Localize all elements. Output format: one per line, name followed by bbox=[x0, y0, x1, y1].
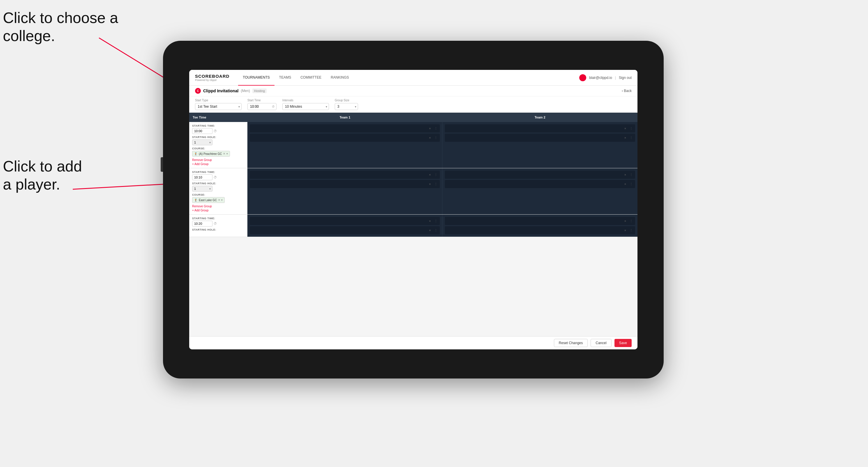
starting-time-label-1: STARTING TIME: bbox=[192, 124, 244, 127]
cancel-button[interactable]: Cancel bbox=[591, 339, 611, 347]
expand-player-btn-1-3[interactable]: ⋮ bbox=[629, 126, 633, 131]
logo-title: SCOREBOARD bbox=[195, 74, 229, 79]
intervals-select[interactable]: 10 Minutes bbox=[282, 103, 329, 110]
intervals-label: Intervals bbox=[282, 99, 329, 102]
expand-player-btn-1-4[interactable]: ⋮ bbox=[629, 135, 633, 140]
tab-teams[interactable]: TEAMS bbox=[275, 70, 296, 86]
remove-player-btn-2-3[interactable]: × bbox=[623, 173, 627, 177]
tab-rankings[interactable]: RANKINGS bbox=[326, 70, 354, 86]
clock-icon: ⏱ bbox=[272, 105, 275, 108]
intervals-wrapper: 10 Minutes bbox=[282, 103, 329, 110]
settings-row: Start Type 1st Tee Start Start Time ⏱ In… bbox=[189, 96, 638, 113]
expand-player-btn-2-2[interactable]: ⋮ bbox=[433, 182, 438, 186]
main-content: Tee Time Team 1 Team 2 STARTING TIME: ⏱ … bbox=[189, 113, 638, 336]
course-tag-1[interactable]: 🏌 (A) Peachtree GC × ▾ bbox=[192, 151, 230, 157]
team1-col-1: × ⋮ × ⋮ bbox=[247, 122, 442, 168]
remove-group-2[interactable]: Remove Group bbox=[192, 205, 244, 208]
annotation-player: Click to add a player. bbox=[3, 157, 82, 194]
player-row-3-1: × ⋮ bbox=[250, 217, 440, 225]
back-button[interactable]: ‹ Back bbox=[622, 89, 632, 93]
expand-player-btn-3-3[interactable]: ⋮ bbox=[629, 219, 633, 223]
remove-player-btn-2-2[interactable]: × bbox=[428, 182, 432, 186]
starting-hole-label-3: STARTING HOLE: bbox=[192, 228, 244, 231]
col-team2: Team 2 bbox=[442, 116, 638, 119]
tournament-name: Clippd Invitational bbox=[203, 89, 238, 93]
breadcrumb: C Clippd Invitational (Men) Hosting bbox=[195, 88, 267, 94]
tab-committee[interactable]: COMMITTEE bbox=[296, 70, 326, 86]
expand-player-btn-1-1[interactable]: ⋮ bbox=[433, 126, 438, 131]
expand-player-btn-2-4[interactable]: ⋮ bbox=[629, 182, 633, 186]
save-button[interactable]: Save bbox=[615, 339, 632, 347]
scoreboard-logo: SCOREBOARD Powered by clippd bbox=[195, 74, 229, 82]
sub-header: C Clippd Invitational (Men) Hosting ‹ Ba… bbox=[189, 86, 638, 96]
expand-player-btn-3-4[interactable]: ⋮ bbox=[629, 228, 633, 232]
remove-player-btn-3-1[interactable]: × bbox=[428, 219, 432, 223]
start-time-wrapper: ⏱ bbox=[247, 103, 277, 110]
team2-col-1: × ⋮ × ⋮ bbox=[442, 122, 638, 168]
course-row-2: 🏌 East Lake GC × ▾ bbox=[192, 197, 244, 203]
starting-hole-label-2: STARTING HOLE: bbox=[192, 182, 244, 185]
col-tee-time: Tee Time bbox=[189, 116, 247, 119]
expand-player-btn-3-1[interactable]: ⋮ bbox=[433, 219, 438, 223]
starting-hole-label-1: STARTING HOLE: bbox=[192, 136, 244, 138]
course-label-2: COURSE: bbox=[192, 193, 244, 196]
starting-time-label-2: STARTING TIME: bbox=[192, 170, 244, 174]
starting-hole-select-2[interactable]: 1 bbox=[192, 186, 213, 192]
group-left-3: STARTING TIME: ⏱ STARTING HOLE: bbox=[189, 215, 247, 237]
add-group-1[interactable]: + Add Group bbox=[192, 162, 244, 166]
starting-hole-row-1: 1 bbox=[192, 139, 244, 145]
group-size-select[interactable]: 3 bbox=[335, 103, 358, 110]
course-tag-2[interactable]: 🏌 East Lake GC × ▾ bbox=[192, 197, 225, 203]
clippd-logo: C bbox=[195, 88, 201, 94]
sign-out-link[interactable]: Sign out bbox=[619, 76, 632, 80]
starting-time-input-2[interactable] bbox=[192, 175, 213, 180]
remove-course-1[interactable]: × bbox=[223, 152, 225, 156]
player-row-2-2: × ⋮ bbox=[250, 180, 440, 188]
player-row-2-4: × ⋮ bbox=[445, 180, 635, 188]
expand-player-btn-1-2[interactable]: ⋮ bbox=[433, 135, 438, 140]
tablet-frame: SCOREBOARD Powered by clippd TOURNAMENTS… bbox=[163, 41, 664, 378]
col-team1: Team 1 bbox=[247, 116, 442, 119]
player-row-1-2: × ⋮ bbox=[250, 134, 440, 142]
table-header: Tee Time Team 1 Team 2 bbox=[189, 113, 638, 122]
start-time-label: Start Time bbox=[247, 99, 277, 102]
remove-player-btn-1-2[interactable]: × bbox=[428, 135, 432, 140]
group-row-1: STARTING TIME: ⏱ STARTING HOLE: 1 COURS bbox=[189, 122, 638, 168]
tab-tournaments[interactable]: TOURNAMENTS bbox=[238, 70, 274, 86]
add-group-2[interactable]: + Add Group bbox=[192, 209, 244, 212]
expand-player-btn-2-3[interactable]: ⋮ bbox=[629, 173, 633, 177]
remove-player-btn-1-3[interactable]: × bbox=[623, 126, 627, 131]
start-type-select[interactable]: 1st Tee Start bbox=[195, 103, 242, 110]
remove-player-btn-3-4[interactable]: × bbox=[623, 228, 627, 232]
intervals-group: Intervals 10 Minutes bbox=[282, 99, 329, 110]
remove-player-btn-2-4[interactable]: × bbox=[623, 182, 627, 186]
hole-select-wrapper-1: 1 bbox=[192, 139, 213, 145]
group-row-2: STARTING TIME: ⏱ STARTING HOLE: 1 COURS bbox=[189, 168, 638, 215]
remove-course-2[interactable]: × bbox=[218, 198, 220, 202]
player-row-1-1: × ⋮ bbox=[250, 124, 440, 132]
group-row-3: STARTING TIME: ⏱ STARTING HOLE: × ⋮ × ⋮ bbox=[189, 215, 638, 237]
player-row-2-1: × ⋮ bbox=[250, 170, 440, 179]
expand-player-btn-2-1[interactable]: ⋮ bbox=[433, 173, 438, 177]
time-icon-2: ⏱ bbox=[214, 176, 217, 179]
hole-select-wrapper-2: 1 bbox=[192, 186, 213, 192]
user-avatar bbox=[579, 74, 586, 81]
expand-player-btn-3-2[interactable]: ⋮ bbox=[433, 228, 438, 232]
course-row-1: 🏌 (A) Peachtree GC × ▾ bbox=[192, 151, 244, 157]
remove-player-btn-1-4[interactable]: × bbox=[623, 135, 627, 140]
starting-time-input-3[interactable] bbox=[192, 221, 213, 226]
course-label-1: COURSE: bbox=[192, 147, 244, 150]
header-right: blair@clippd.io | Sign out bbox=[579, 74, 632, 81]
starting-hole-select-1[interactable]: 1 bbox=[192, 139, 213, 145]
starting-time-row-2: ⏱ bbox=[192, 175, 244, 180]
remove-player-btn-3-3[interactable]: × bbox=[623, 219, 627, 223]
team2-col-3: × ⋮ × ⋮ bbox=[442, 215, 638, 237]
starting-time-label-3: STARTING TIME: bbox=[192, 217, 244, 220]
remove-player-btn-2-1[interactable]: × bbox=[428, 173, 432, 177]
remove-player-btn-1-1[interactable]: × bbox=[428, 126, 432, 131]
reset-button[interactable]: Reset Changes bbox=[554, 339, 588, 347]
starting-time-input-1[interactable] bbox=[192, 128, 213, 134]
course-name-2: East Lake GC bbox=[199, 198, 217, 202]
remove-player-btn-3-2[interactable]: × bbox=[428, 228, 432, 232]
remove-group-1[interactable]: Remove Group bbox=[192, 158, 244, 162]
